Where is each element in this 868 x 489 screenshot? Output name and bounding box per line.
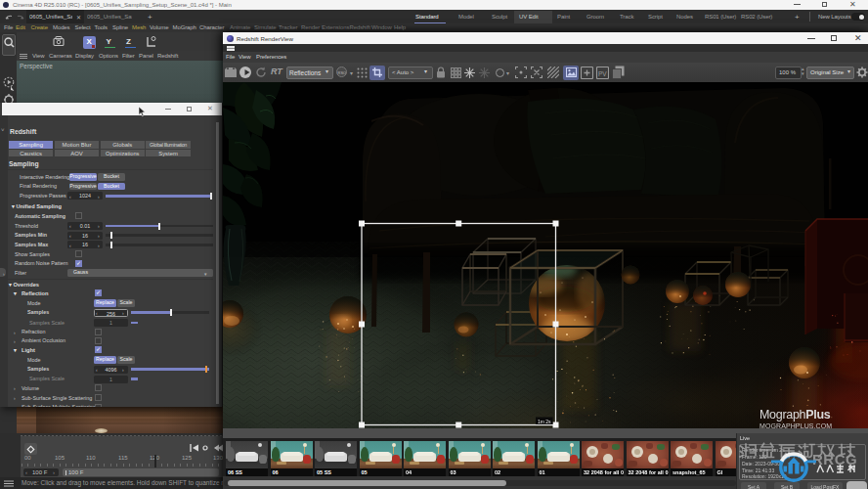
svg-text:PV: PV bbox=[598, 69, 607, 76]
svg-text:1m 2s: 1m 2s bbox=[538, 419, 551, 424]
svg-text:MographPlus: MographPlus bbox=[760, 408, 831, 422]
